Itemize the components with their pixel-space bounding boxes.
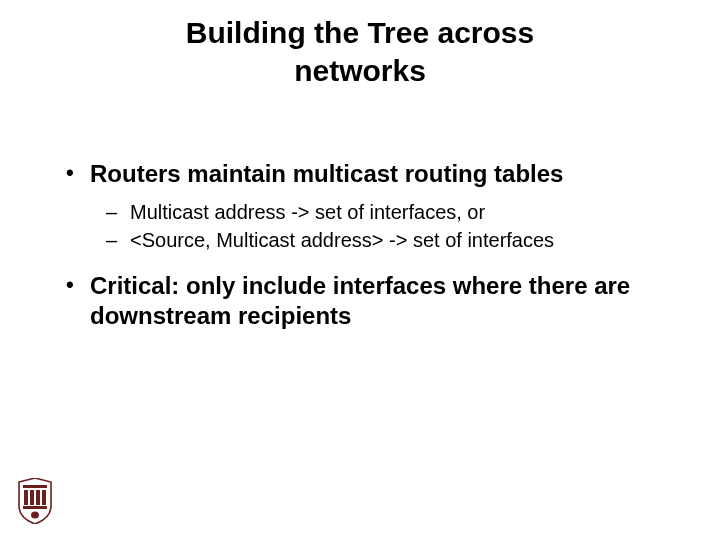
bullet-level2: Multicast address -> set of interfaces, … (60, 199, 680, 225)
slide-body: Routers maintain multicast routing table… (0, 89, 720, 331)
sub-bullet-group: Multicast address -> set of interfaces, … (60, 199, 680, 253)
svg-rect-0 (23, 485, 47, 488)
svg-rect-1 (24, 490, 28, 505)
title-line-1: Building the Tree across (40, 14, 680, 52)
bullet-level2: <Source, Multicast address> -> set of in… (60, 227, 680, 253)
slide-title: Building the Tree across networks (0, 0, 720, 89)
university-crest-icon (18, 478, 52, 524)
bullet-level1: Critical: only include interfaces where … (60, 271, 680, 331)
svg-rect-3 (36, 490, 40, 505)
bullet-level1: Routers maintain multicast routing table… (60, 159, 680, 189)
title-line-2: networks (40, 52, 680, 90)
svg-rect-2 (30, 490, 34, 505)
svg-rect-5 (23, 506, 47, 509)
svg-rect-4 (42, 490, 46, 505)
svg-point-6 (31, 512, 39, 519)
